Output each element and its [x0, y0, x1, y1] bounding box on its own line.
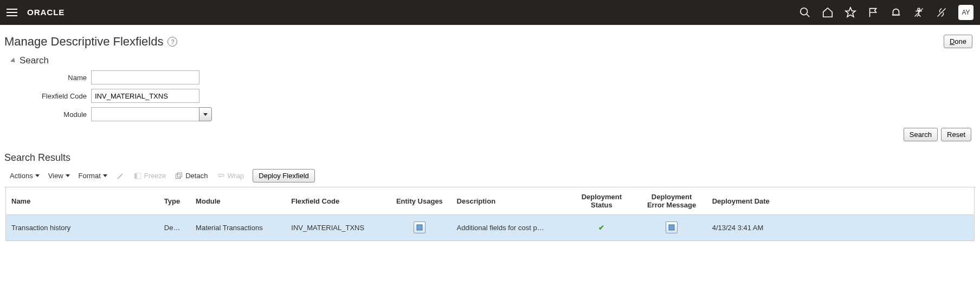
col-flexfield-code[interactable]: Flexfield Code [286, 187, 388, 215]
svg-text:ORACLE: ORACLE [27, 8, 65, 17]
chevron-down-icon [103, 174, 107, 177]
results-table: Name Type Module Flexfield Code Entity U… [6, 187, 974, 240]
page-title: Manage Descriptive Flexfields ? [4, 35, 177, 49]
svg-rect-13 [417, 225, 422, 230]
table-row[interactable]: Transaction history De… Material Transac… [6, 215, 974, 240]
svg-line-7 [915, 9, 923, 17]
flexfield-code-input[interactable] [91, 89, 199, 103]
entity-usages-button[interactable] [414, 221, 425, 233]
col-type[interactable]: Type [159, 187, 190, 215]
header-icons: AY [799, 5, 973, 20]
col-name[interactable]: Name [6, 187, 159, 215]
wrap-button: Wrap [216, 172, 244, 180]
svg-rect-12 [178, 173, 182, 177]
svg-point-6 [918, 8, 920, 10]
flag-icon[interactable] [867, 6, 879, 18]
home-icon[interactable] [822, 6, 834, 18]
search-results-title: Search Results [4, 152, 976, 164]
chevron-down-icon [35, 174, 40, 177]
svg-rect-10 [137, 173, 140, 179]
cell-module: Material Transactions [190, 215, 286, 240]
col-deployment-date[interactable]: Deployment Date [707, 187, 974, 215]
label-module: Module [26, 110, 91, 119]
cell-description: Additional fields for cost p… [452, 215, 567, 240]
name-input[interactable] [91, 70, 199, 84]
deploy-flexfield-button[interactable]: Deploy Flexfield [253, 169, 315, 182]
col-entity-usages[interactable]: Entity Usages [388, 187, 451, 215]
notifications-icon[interactable] [890, 6, 902, 18]
search-section-label: Search [20, 55, 49, 66]
detach-button[interactable]: Detach [175, 172, 208, 180]
link-off-icon[interactable] [936, 6, 947, 18]
label-name: Name [26, 74, 91, 82]
col-deployment-status[interactable]: Deployment Status [566, 187, 636, 215]
svg-line-8 [938, 9, 946, 17]
edit-icon [116, 172, 125, 180]
accessibility-icon[interactable] [913, 6, 925, 18]
search-section-toggle[interactable]: Search [10, 55, 976, 66]
reset-button[interactable]: Reset [941, 128, 971, 141]
deployment-status-icon: ✔ [598, 224, 604, 232]
freeze-button: Freeze [133, 172, 166, 180]
chevron-down-icon [203, 113, 208, 116]
deployment-error-button[interactable] [666, 221, 678, 233]
module-dropdown-button[interactable] [199, 107, 212, 121]
hamburger-menu-icon[interactable] [7, 6, 20, 19]
global-header: ORACLE AY [0, 0, 980, 25]
svg-rect-11 [176, 174, 180, 178]
col-deployment-error[interactable]: Deployment Error Message [636, 187, 706, 215]
results-toolbar: Actions View Format Freeze Detach Wrap D… [4, 167, 976, 187]
svg-rect-9 [134, 173, 137, 179]
help-icon[interactable]: ? [167, 37, 177, 47]
col-module[interactable]: Module [190, 187, 286, 215]
module-input[interactable] [91, 107, 199, 121]
label-flexfield-code: Flexfield Code [26, 92, 91, 100]
search-button[interactable]: Search [904, 128, 938, 141]
chevron-down-icon [66, 174, 70, 177]
search-icon[interactable] [799, 6, 811, 18]
oracle-logo: ORACLE [27, 6, 87, 18]
cell-deployment-date: 4/13/24 3:41 AM [707, 215, 974, 240]
cell-flexfield-code: INV_MATERIAL_TXNS [286, 215, 388, 240]
col-description[interactable]: Description [452, 187, 567, 215]
svg-rect-14 [669, 225, 674, 230]
cell-type: De… [159, 215, 190, 240]
cell-name[interactable]: Transaction history [11, 224, 70, 232]
done-button[interactable]: Done [944, 35, 972, 48]
svg-line-2 [807, 14, 810, 17]
avatar[interactable]: AY [958, 5, 973, 20]
actions-menu[interactable]: Actions [10, 172, 40, 180]
collapse-arrow-icon [10, 57, 17, 64]
svg-marker-3 [846, 8, 855, 17]
format-menu[interactable]: Format [79, 172, 107, 180]
svg-point-1 [801, 8, 808, 15]
view-menu[interactable]: View [48, 172, 70, 180]
star-icon[interactable] [844, 6, 856, 18]
